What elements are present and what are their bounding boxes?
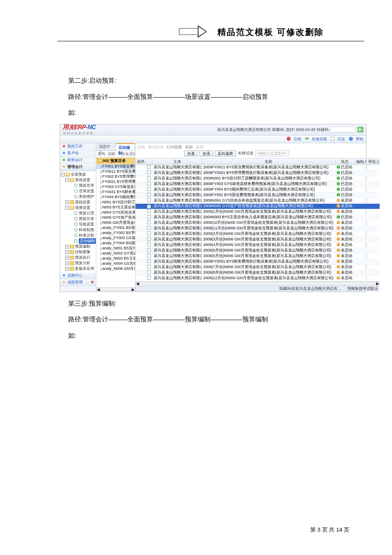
tree-leaf[interactable]: 预算日历 [61, 211, 96, 216]
tree-node[interactable]: +控制预警 [61, 249, 96, 255]
mid-tree-item[interactable]: N005 GYS资产投资预 [96, 215, 135, 220]
sidebar-item[interactable]: 我的工作 [60, 143, 96, 150]
mid-tree-item[interactable]: analy_N006 GM月度 [96, 266, 135, 272]
mid-tree-item[interactable]: N006 GM月度现金收 [96, 220, 135, 225]
row-checkbox[interactable] [147, 220, 151, 224]
row-checkbox[interactable] [147, 231, 151, 235]
tree-leaf[interactable]: 样表权限 [61, 227, 96, 233]
col-select[interactable]: 选择 [135, 159, 146, 165]
scroll-left-icon[interactable]: ◀ [135, 282, 140, 286]
sidebar-item[interactable]: 管理会计 [60, 164, 96, 171]
sidebar-item[interactable]: 财务会计 [60, 157, 96, 164]
go-icon[interactable] [357, 127, 363, 133]
table-row[interactable]: 新兴县龙山翔顺大酒店有限公司2009(11月份)N006 GM月度现金收支预算表… [135, 226, 380, 231]
sidebar-item[interactable]: 客户化 [60, 150, 96, 157]
table-row[interactable]: 新兴县龙山翔顺大酒店有限公司2009FY004 BYS期间费用汇总表(新兴县龙山… [135, 187, 380, 193]
row-checkbox[interactable] [147, 171, 151, 174]
table-row[interactable]: 新兴县龙山翔顺大酒店有限公司2009FY0021 BYS管理费用执行数采集表(新… [135, 171, 380, 176]
table-row[interactable]: 新兴县龙山翔顺大酒店有限公司2009(4月份)N006 GM月度现金收支预算表(… [135, 243, 380, 248]
col-status[interactable]: 状态 [335, 159, 355, 165]
table-row[interactable]: 新兴县龙山翔顺大酒店有限公司2009(7月份)N006 GM月度现金收支预算表(… [135, 265, 380, 270]
table-row[interactable]: 新兴县龙山翔顺大酒店有限公司2009N001 BYS应付职工薪酬预算表(新兴县龙… [135, 176, 380, 182]
row-checkbox[interactable] [147, 205, 151, 208]
table-row[interactable]: 新兴县龙山翔顺大酒店有限公司2009(2月份)N006 GM月度现金收支预算表(… [135, 231, 380, 237]
mid-tree-item[interactable]: analy_FY004 BS期间 [96, 241, 135, 246]
row-checkbox[interactable] [147, 176, 151, 180]
clear-all-button[interactable]: 全清 [199, 150, 213, 156]
row-checkbox[interactable] [147, 243, 151, 246]
mid-tree-root[interactable]: 002 预算目录 [96, 158, 135, 164]
sidebar-item-message[interactable]: 消息管理✖ [60, 279, 96, 286]
table-row[interactable]: 新兴县龙山翔顺大酒店有限公司2009(3月份)N006 GM月度现金收支预算表(… [135, 237, 380, 243]
table-row[interactable]: 新兴县龙山翔顺大酒店有限公司2009(10月份)N006 GM月度现金收支预算表… [135, 220, 380, 226]
tree-root-budget[interactable]: −全面预算 [61, 172, 96, 177]
mid-tree-item[interactable]: FY003 GYS筹资及财 [96, 185, 135, 190]
shortcut-input[interactable] [330, 127, 356, 133]
tree-node[interactable]: +预算执行 [61, 255, 96, 260]
row-checkbox[interactable] [147, 270, 151, 274]
scroll-right-icon[interactable]: ▶ [375, 282, 380, 286]
mid-tree-item[interactable]: FY004 BYS期间费用 [96, 195, 135, 200]
tree-leaf[interactable]: 预算登录 [61, 183, 96, 188]
mid-tree-item[interactable]: N003 BYS主营业务收 [96, 205, 135, 210]
mid-tree-item[interactable]: analy_FY001 BS营业 [96, 225, 135, 231]
row-checkbox[interactable] [147, 165, 151, 169]
mid-tree-item[interactable]: analy_FY003 GS筹资 [96, 236, 135, 241]
table-row[interactable]: 新兴县龙山翔顺大酒店有限公司2009FY001 BYS营业费用预算表(新兴县龙山… [135, 193, 380, 198]
mid-tree-item[interactable]: N001 BYS应付职工薪 [96, 200, 135, 205]
row-checkbox[interactable] [147, 226, 151, 230]
table-row[interactable]: 新兴县龙山翔顺大酒店有限公司2009(8月份)N006 GM月度现金收支预算表(… [135, 270, 380, 276]
mid-tree-item[interactable]: analy_FY002 BS管理 [96, 231, 135, 236]
row-checkbox[interactable] [147, 259, 151, 263]
table-row[interactable]: 新兴县龙山翔顺大酒店有限公司2009(1月份)N006 GM月度现金收支预算表(… [135, 209, 380, 215]
right-hscroll[interactable]: ◀▶ [135, 281, 380, 286]
tree-leaf[interactable]: 样表定制 [61, 233, 96, 238]
row-checkbox[interactable] [147, 265, 151, 269]
mid-tree-item[interactable]: analy_N002 GY现金 [96, 251, 135, 256]
table-row[interactable]: 新兴县龙山翔顺大酒店有限公司2009(12月份)N006 GM月度现金收支预算表… [135, 276, 380, 281]
mid-tree-item[interactable]: FY002 BYS管理费用 [96, 174, 135, 179]
mid-tree-item[interactable]: analy_N003 BS主营 [96, 256, 135, 261]
mid-tree-item[interactable]: FY0031 BYS财务费用 [96, 190, 135, 195]
table-row[interactable]: 新兴县龙山翔顺大酒店有限公司2009N004 GYS其他业务损益预算总表(新兴县… [135, 198, 380, 204]
row-checkbox[interactable] [147, 198, 151, 202]
switch-link[interactable]: 快速切换 [305, 137, 327, 141]
tb-query[interactable]: 查询 [98, 152, 105, 156]
logout-link[interactable]: 注销 [287, 137, 301, 141]
col-subject[interactable]: 主体 [153, 159, 202, 165]
filter-input[interactable]: <请输入过滤条件> [255, 150, 289, 156]
row-checkbox[interactable] [147, 215, 151, 219]
help-link[interactable]: 帮助 [349, 137, 363, 141]
table-row[interactable]: 新兴县龙山翔顺大酒店有限公司2009(5月份)N006 GM月度现金收支预算表(… [135, 254, 380, 259]
tree-node-basesetting[interactable]: +基础设置 [61, 199, 96, 205]
table-row[interactable]: 新兴县龙山翔顺大酒店有限公司2009N005 GYS资产投资预算表(新兴县龙山翔… [135, 204, 380, 209]
tab-startedit[interactable]: 启动编制 [116, 143, 135, 150]
row-checkbox[interactable] [147, 182, 151, 185]
mid-tree-item[interactable]: analy_N001 BS应付 [96, 246, 135, 251]
tb-rowcol[interactable]: 行列隐藏 [167, 145, 182, 149]
scroll-left-icon[interactable]: ◀ [96, 288, 101, 292]
tb-personal[interactable]: 个性化启动 [118, 152, 135, 156]
tree-leaf-selected[interactable]: 启动编制 [61, 238, 96, 244]
tree-node[interactable]: +预算编制 [61, 244, 96, 249]
scroll-right-icon[interactable]: ▶ [131, 288, 135, 292]
tab-msgcenter[interactable]: 消息中心 [96, 143, 116, 150]
mid-tree-item[interactable]: FY0021 BYS管理费用 [96, 179, 135, 185]
table-row[interactable]: 新兴县龙山翔顺大酒店有限公司2009N003 BYS主营业务收入成本预算总表(新… [135, 215, 380, 220]
tree-node-scenesetting[interactable]: −场景设置 [61, 205, 96, 211]
mid-tree-item[interactable]: FY0011 BYS营业费用 [96, 169, 135, 174]
tree-node[interactable]: +预算分析 [61, 260, 96, 266]
tree-leaf[interactable]: 导航设置 [61, 222, 96, 227]
mid-tree-item[interactable]: analy_N004 GS其他 [96, 261, 135, 266]
tree-node[interactable]: +多版本应用 [61, 266, 96, 272]
mid-tree-item[interactable]: N004 GYS其他业务损 [96, 210, 135, 215]
table-row[interactable]: 新兴县龙山翔顺大酒店有限公司2009(9月份)N006 GM月度现金收支预算表(… [135, 248, 380, 254]
mid-tree-item[interactable]: FY001 BYS营业费用 [96, 164, 135, 169]
col-check[interactable] [146, 159, 153, 165]
tree-leaf[interactable]: 登录设置 [61, 188, 96, 194]
log-link[interactable]: 日志 [331, 137, 345, 141]
row-checkbox[interactable] [147, 187, 151, 191]
col-editor[interactable]: 编制人 [355, 159, 367, 165]
table-row[interactable]: 新兴县龙山翔顺大酒店有限公司2009FY0031 BYS财务费用执行数采集表(新… [135, 259, 380, 265]
sidebar-item-flow[interactable]: 流程中心 [60, 272, 96, 279]
